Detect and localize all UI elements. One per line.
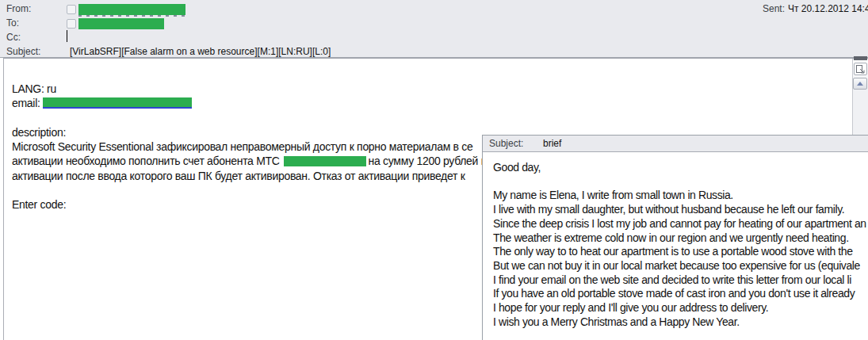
overlay-subject-value: brief: [543, 138, 561, 149]
contact-presence-icon: [67, 5, 76, 14]
email-body-line: But we can not buy it in our local marke…: [493, 259, 868, 273]
body-line-email: email:: [12, 96, 495, 110]
email-label: email:: [12, 97, 40, 109]
email-client-screen: From: To: Cc: Subject: [VirLabSRF][False…: [0, 0, 868, 340]
text-caret: [67, 30, 67, 42]
body-line-blank: [12, 183, 495, 197]
message-header: From: To: Cc: Subject: [VirLabSRF][False…: [0, 0, 868, 58]
cc-label: Cc:: [6, 32, 21, 43]
sent-label: Sent:: [763, 3, 785, 14]
redacted-email-link[interactable]: [43, 97, 192, 109]
body-line-blank: [12, 111, 495, 125]
email-body-line: The only way to to heat our apartment is…: [493, 245, 868, 259]
email-body-line: [493, 175, 868, 189]
body-line-description-3: активации после ввода которого ваш ПК бу…: [12, 169, 495, 183]
split-handle[interactable]: [854, 56, 867, 60]
sent-value: Чт 20.12.2012 14:45: [788, 3, 868, 14]
overlay-message-window: Subject: brief Good day, My name is Elen…: [482, 135, 868, 340]
email-body-line: Since the deep crisis I lost my job and …: [493, 217, 868, 231]
body-line-enter-code: Enter code:: [12, 197, 495, 212]
overlay-message-body: Good day, My name is Elena, I write from…: [483, 152, 868, 329]
redaction-remnant: [78, 15, 185, 17]
description-2-suffix: на сумму 1200 рублей в л: [369, 155, 496, 167]
email-body-line: I live with my small daughter, but witho…: [493, 203, 868, 217]
overlay-subject-row: Subject: brief: [483, 136, 868, 152]
email-body-line: I find your email on the web site and de…: [493, 273, 868, 288]
body-line-lang: LANG: ru: [12, 82, 495, 96]
overlay-subject-label: Subject:: [489, 138, 523, 149]
to-label: To:: [6, 17, 19, 29]
from-label: From:: [6, 3, 31, 14]
to-recipient-redacted[interactable]: [78, 18, 164, 29]
subject-value: [VirLabSRF][False alarm on a web resourc…: [70, 46, 331, 57]
page-arrow-icon: [856, 65, 865, 74]
body-line-description-label: description:: [12, 125, 495, 139]
scroll-up-button[interactable]: [853, 78, 867, 90]
browse-page-button[interactable]: [854, 63, 867, 75]
cc-field[interactable]: [65, 29, 477, 44]
email-body-line: If you have an old portable stove made o…: [493, 287, 868, 301]
email-body-line: My name is Elena, I write from small tow…: [493, 189, 868, 203]
from-recipient-redacted[interactable]: [78, 4, 185, 15]
message-body-text: LANG: ru email: description: Microsoft S…: [12, 82, 495, 212]
body-line-description-2: активации необходимо пополнить счет абон…: [12, 154, 495, 168]
email-body-line: Good day,: [493, 161, 868, 175]
email-body-line: I wish you a Merry Christmas and a Happy…: [493, 315, 868, 330]
contact-presence-icon: [67, 19, 76, 29]
description-2-prefix: активации необходимо пополнить счет абон…: [12, 155, 280, 167]
email-body-line: The weather is extreme cold now in our r…: [493, 231, 868, 246]
email-body-line: I hope for your reply and I'll give you …: [493, 301, 868, 315]
scroll-up-icon: [857, 82, 863, 86]
subject-label: Subject:: [6, 46, 40, 57]
redacted-account-number: [284, 156, 366, 166]
body-line-description-1: Microsoft Security Essentional зафиксиро…: [12, 139, 495, 154]
